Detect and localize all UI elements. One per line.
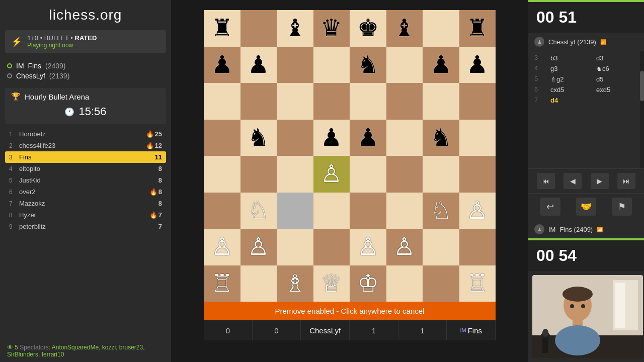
lb-row-9[interactable]: 9 peterblitz 7	[5, 221, 166, 232]
square-g3[interactable]: ♘	[423, 193, 459, 229]
nav-last[interactable]: ⏭	[617, 173, 635, 189]
square-e6[interactable]	[350, 83, 386, 120]
square-g8[interactable]	[423, 10, 459, 47]
move-3w[interactable]: b3	[548, 54, 592, 62]
nav-first[interactable]: ⏮	[537, 173, 555, 189]
players-section: IM Fins (2409) ChessLyf (2139)	[0, 56, 171, 86]
nav-next[interactable]: ▶	[591, 173, 609, 189]
square-a2[interactable]: ♙	[204, 229, 240, 265]
square-c6[interactable]	[277, 83, 313, 120]
flag-button[interactable]: ⚑	[612, 198, 632, 216]
scrollbar-thumb[interactable]	[640, 71, 644, 101]
move-3b[interactable]: d3	[594, 54, 638, 62]
square-e4[interactable]	[350, 156, 386, 193]
lb-row-8[interactable]: 8 Hyzer 🔥 7	[5, 209, 166, 221]
square-a6[interactable]	[204, 83, 240, 120]
tournament-section[interactable]: 🏆 Hourly Bullet Arena 🕐 15:56	[5, 88, 166, 124]
square-g7[interactable]: ♟	[423, 47, 459, 83]
square-h2[interactable]	[459, 229, 496, 265]
square-a1[interactable]: ♖	[204, 265, 240, 302]
square-d7[interactable]	[313, 47, 350, 83]
move-7b[interactable]	[594, 96, 638, 105]
square-f3[interactable]	[386, 193, 423, 229]
square-d5[interactable]: ♟	[313, 120, 350, 156]
square-g5[interactable]: ♞	[423, 120, 459, 156]
square-c4[interactable]	[277, 156, 313, 193]
square-d8[interactable]: ♛	[313, 10, 350, 47]
square-c7[interactable]	[277, 47, 313, 83]
square-b1[interactable]	[240, 265, 277, 302]
right-player-chesslyf: ♟ ChessLyf (2139) 📶	[528, 33, 644, 51]
square-g4[interactable]	[423, 156, 459, 193]
square-b6[interactable]	[240, 83, 277, 120]
square-a8[interactable]: ♜	[204, 10, 240, 47]
square-c1[interactable]: ♗	[277, 265, 313, 302]
square-h1[interactable]: ♖	[459, 265, 496, 302]
square-e2[interactable]: ♙	[350, 229, 386, 265]
square-d1[interactable]: ♕	[313, 265, 350, 302]
square-h4[interactable]	[459, 156, 496, 193]
draw-button[interactable]: 🤝	[576, 198, 596, 216]
square-f5[interactable]	[386, 120, 423, 156]
square-b7[interactable]: ♟	[240, 47, 277, 83]
premove-bar[interactable]: Premove enabled - Click anywhere to canc…	[204, 302, 496, 320]
square-e8[interactable]: ♚	[350, 10, 386, 47]
lb-row-2[interactable]: 2 chess4life23 🔥 12	[5, 140, 166, 151]
square-e3[interactable]	[350, 193, 386, 229]
square-f2[interactable]: ♙	[386, 229, 423, 265]
square-g1[interactable]	[423, 265, 459, 302]
lb-row-3[interactable]: 3 Fins 11	[5, 151, 166, 163]
square-a7[interactable]: ♟	[204, 47, 240, 83]
square-c3[interactable]	[277, 193, 313, 229]
move-4w[interactable]: g3	[548, 64, 592, 73]
square-c8[interactable]: ♝	[277, 10, 313, 47]
square-d4[interactable]: ♙	[313, 156, 350, 193]
lb-row-1[interactable]: 1 Horobetz 🔥 25	[5, 128, 166, 140]
square-g6[interactable]	[423, 83, 459, 120]
square-a5[interactable]	[204, 120, 240, 156]
square-a4[interactable]	[204, 156, 240, 193]
square-f8[interactable]: ♝	[386, 10, 423, 47]
square-h8[interactable]: ♜	[459, 10, 496, 47]
chess-board[interactable]: ♜♝♛♚♝♜♟♟♞♟♟♞♟♟♞♙♘♘♙♙♙♙♙♖♗♕♔♖	[204, 10, 496, 302]
undo-button[interactable]: ↩	[540, 198, 560, 216]
square-h7[interactable]: ♟	[459, 47, 496, 83]
move-6w[interactable]: cxd5	[548, 85, 592, 94]
piece-h8: ♜	[466, 16, 488, 40]
square-f1[interactable]	[386, 265, 423, 302]
square-d6[interactable]	[313, 83, 350, 120]
square-e5[interactable]: ♟	[350, 120, 386, 156]
move-5w[interactable]: ♗g2	[548, 75, 592, 83]
square-f6[interactable]	[386, 83, 423, 120]
move-list-scrollbar[interactable]	[640, 51, 644, 168]
square-b8[interactable]	[240, 10, 277, 47]
lb-row-6[interactable]: 6 over2 🔥 8	[5, 186, 166, 198]
lb-row-5[interactable]: 5 JustKid 8	[5, 174, 166, 186]
player-top-name: Fins	[28, 62, 41, 70]
square-b5[interactable]: ♞	[240, 120, 277, 156]
square-h6[interactable]	[459, 83, 496, 120]
square-a3[interactable]	[204, 193, 240, 229]
player-online-dot	[7, 63, 12, 68]
nav-prev[interactable]: ◀	[564, 173, 582, 189]
move-7w[interactable]: d4	[548, 96, 592, 105]
square-b2[interactable]: ♙	[240, 229, 277, 265]
square-f7[interactable]	[386, 47, 423, 83]
square-c5[interactable]	[277, 120, 313, 156]
move-4b[interactable]: ♞c6	[594, 64, 638, 73]
square-e7[interactable]: ♞	[350, 47, 386, 83]
square-d2[interactable]	[313, 229, 350, 265]
square-g2[interactable]	[423, 229, 459, 265]
square-h5[interactable]	[459, 120, 496, 156]
square-b4[interactable]	[240, 156, 277, 193]
square-c2[interactable]	[277, 229, 313, 265]
square-b3[interactable]: ♘	[240, 193, 277, 229]
square-e1[interactable]: ♔	[350, 265, 386, 302]
square-h3[interactable]: ♙	[459, 193, 496, 229]
lb-row-4[interactable]: 4 eltopito 8	[5, 163, 166, 174]
move-6b[interactable]: exd5	[594, 85, 638, 94]
square-d3[interactable]	[313, 193, 350, 229]
move-5b[interactable]: d5	[594, 75, 638, 83]
square-f4[interactable]	[386, 156, 423, 193]
lb-row-7[interactable]: 7 Mazzokz 8	[5, 198, 166, 209]
